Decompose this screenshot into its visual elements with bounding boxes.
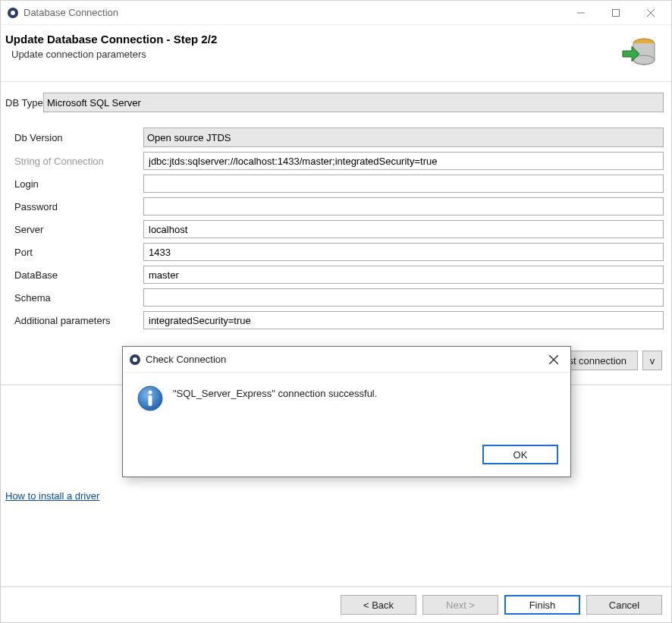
- wizard-footer: < Back Next > Finish Cancel: [1, 586, 671, 622]
- dialog-close-button[interactable]: [543, 349, 564, 370]
- db-version-label: Db Version: [14, 132, 143, 143]
- database-label: DataBase: [14, 269, 143, 281]
- server-label: Server: [14, 224, 143, 235]
- database-header-icon: [621, 36, 658, 71]
- divider: [1, 81, 671, 82]
- password-input[interactable]: [143, 197, 664, 216]
- form-fields: Db Version Open source JTDS String of Co…: [1, 127, 671, 334]
- cancel-button[interactable]: Cancel: [586, 595, 662, 615]
- database-input[interactable]: [143, 266, 664, 284]
- window-controls: [564, 1, 668, 25]
- app-icon: [129, 354, 141, 366]
- server-input[interactable]: [143, 220, 664, 238]
- login-label: Login: [14, 178, 143, 190]
- window-title: Database Connection: [24, 7, 564, 18]
- db-version-select[interactable]: Open source JTDS: [143, 127, 664, 147]
- dialog-message: "SQL_Server_Express" connection successf…: [173, 385, 377, 425]
- maximize-button[interactable]: [598, 1, 633, 25]
- svg-rect-15: [149, 395, 152, 406]
- additional-params-input[interactable]: [143, 311, 664, 329]
- password-label: Password: [14, 201, 143, 212]
- db-type-label: DB Type: [5, 97, 43, 109]
- dialog-body: "SQL_Server_Express" connection successf…: [123, 373, 570, 437]
- next-button[interactable]: Next >: [422, 595, 498, 615]
- connection-string-input[interactable]: [143, 152, 664, 170]
- page-subtitle: Update connection parameters: [11, 49, 621, 60]
- svg-point-14: [149, 391, 152, 395]
- titlebar: Database Connection: [1, 1, 671, 25]
- login-input[interactable]: [143, 175, 664, 193]
- dbtype-row: DB Type Microsoft SQL Server: [1, 93, 671, 117]
- wizard-header: Update Database Connection - Step 2/2 Up…: [1, 25, 671, 77]
- connection-string-label: String of Connection: [14, 156, 143, 167]
- install-driver-link[interactable]: How to install a driver: [5, 490, 99, 502]
- info-icon: [137, 385, 164, 412]
- wizard-window: Database Connection Update Database Conn…: [0, 0, 672, 623]
- svg-point-1: [11, 11, 15, 15]
- minimize-button[interactable]: [564, 1, 598, 25]
- check-connection-dialog: Check Connection "SQL_Server_Express" co…: [122, 346, 571, 477]
- app-icon: [7, 7, 19, 19]
- port-label: Port: [14, 247, 143, 258]
- finish-button[interactable]: Finish: [504, 595, 580, 615]
- dialog-title: Check Connection: [146, 354, 543, 365]
- help-link-row: How to install a driver: [1, 483, 671, 509]
- close-button[interactable]: [633, 1, 668, 25]
- additional-params-label: Additional parameters: [14, 315, 143, 326]
- dialog-ok-button[interactable]: OK: [482, 445, 558, 464]
- svg-point-10: [133, 357, 137, 362]
- schema-input[interactable]: [143, 288, 664, 307]
- db-type-select[interactable]: Microsoft SQL Server: [43, 93, 664, 112]
- dialog-titlebar: Check Connection: [123, 347, 570, 373]
- port-input[interactable]: [143, 243, 664, 261]
- page-title: Update Database Connection - Step 2/2: [5, 33, 621, 46]
- svg-rect-3: [613, 9, 620, 16]
- back-button[interactable]: < Back: [341, 595, 416, 615]
- dialog-footer: OK: [123, 437, 570, 477]
- test-connection-menu-button[interactable]: v: [642, 351, 662, 370]
- schema-label: Schema: [14, 292, 143, 304]
